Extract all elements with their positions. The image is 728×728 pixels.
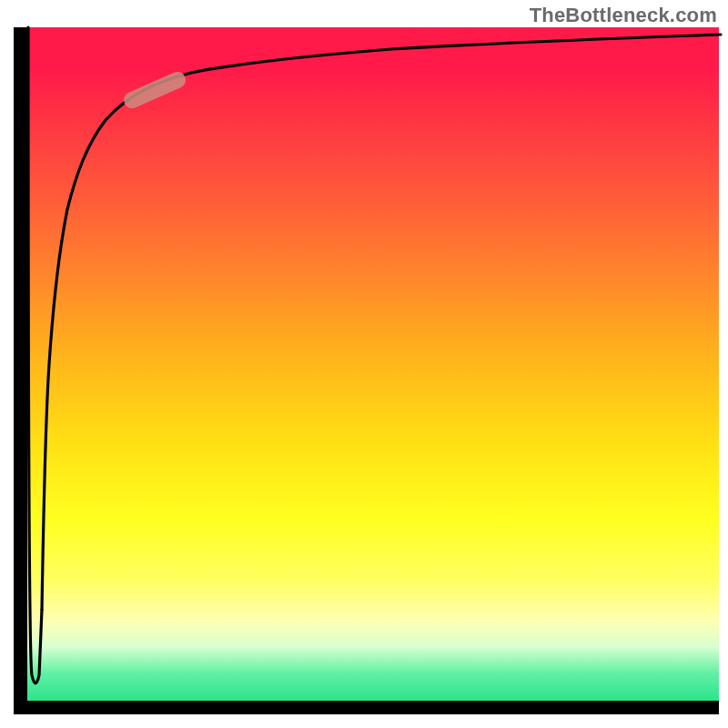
chart-stage: TheBottleneck.com [0,0,728,728]
y-axis [14,27,27,701]
curve-main [42,35,721,610]
curve-initial-dip [28,27,42,683]
marker-pill [132,80,177,100]
x-axis [14,701,719,714]
watermark-text: TheBottleneck.com [530,4,717,27]
curve-layer [27,27,719,701]
